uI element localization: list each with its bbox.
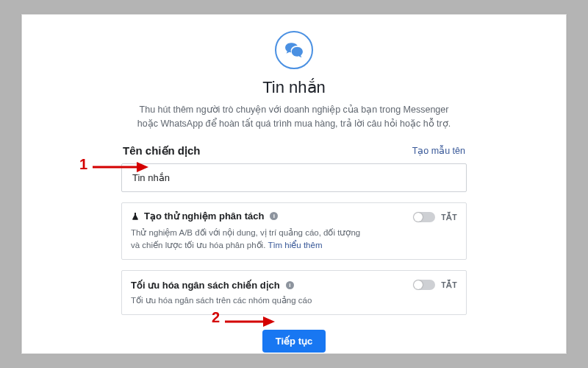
split-test-toggle-state: TẮT — [441, 213, 457, 222]
annotation-number-2: 2 — [212, 309, 220, 326]
budget-opt-toggle[interactable] — [413, 280, 435, 290]
campaign-name-field[interactable] — [121, 163, 467, 192]
create-name-template-link[interactable]: Tạo mẫu tên — [412, 145, 465, 156]
ad-campaign-card: Tin nhắn Thu hút thêm người trò chuyện v… — [21, 14, 567, 354]
campaign-name-input[interactable] — [131, 171, 460, 184]
messages-icon — [275, 31, 313, 69]
campaign-name-label: Tên chiến dịch — [123, 144, 201, 158]
budget-opt-title: Tối ưu hóa ngân sách chiến dịch — [131, 280, 280, 291]
split-test-toggle[interactable] — [413, 212, 435, 222]
annotation-number-1: 1 — [79, 156, 87, 173]
flask-icon — [131, 212, 140, 221]
info-icon[interactable]: i — [286, 281, 294, 289]
continue-button[interactable]: Tiếp tục — [262, 330, 326, 353]
page-title: Tin nhắn — [121, 78, 467, 97]
info-icon[interactable]: i — [270, 212, 278, 220]
split-test-title: Tạo thử nghiệm phân tách — [144, 210, 264, 222]
learn-more-link[interactable]: Tìm hiểu thêm — [268, 241, 322, 250]
split-test-panel: Tạo thử nghiệm phân tách i Thử nghiệm A/… — [121, 202, 467, 261]
split-test-desc: Thử nghiệm A/B đối với nội dung, vị trí … — [131, 228, 360, 250]
budget-opt-toggle-state: TẮT — [441, 280, 457, 289]
budget-opt-desc: Tối ưu hóa ngân sách trên các nhóm quảng… — [131, 294, 366, 307]
budget-opt-panel: Tối ưu hóa ngân sách chiến dịch i Tối ưu… — [121, 270, 467, 315]
page-subtitle: Thu hút thêm người trò chuyện với doanh … — [136, 103, 452, 131]
